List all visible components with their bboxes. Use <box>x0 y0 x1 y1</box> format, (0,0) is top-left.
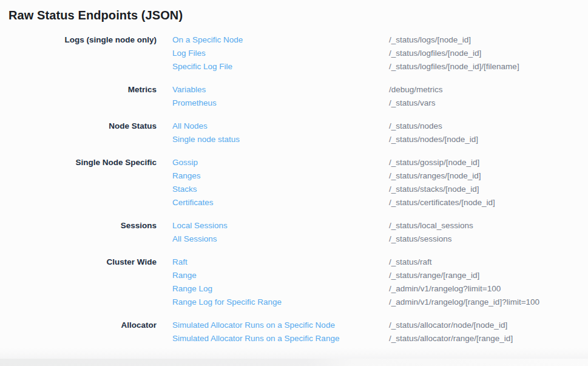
endpoint-row: Prometheus /_status/vars <box>172 97 580 110</box>
endpoint-link[interactable]: Stacks <box>172 183 389 196</box>
endpoint-link[interactable]: Range Log for Specific Range <box>172 296 389 309</box>
endpoint-row: Range Log for Specific Range /_admin/v1/… <box>172 296 580 309</box>
endpoint-group: Cluster Wide Raft /_status/raft Range /_… <box>8 256 580 309</box>
endpoint-path: /_status/certificates/[node_id] <box>389 196 495 209</box>
endpoint-path: /_status/sessions <box>389 232 452 246</box>
endpoint-row: Specific Log File /_status/logfiles/[nod… <box>172 60 580 73</box>
endpoint-path: /_status/allocator/range/[range_id] <box>389 332 513 345</box>
endpoint-row: Raft /_status/raft <box>172 256 580 269</box>
endpoint-link[interactable]: Gossip <box>172 156 389 169</box>
endpoint-link[interactable]: Range <box>172 269 389 282</box>
endpoint-link[interactable]: Single node status <box>172 133 389 146</box>
endpoint-group-rows: Raft /_status/raft Range /_status/range/… <box>172 256 580 309</box>
endpoint-row: Range Log /_admin/v1/rangelog?limit=100 <box>172 282 580 296</box>
endpoint-link[interactable]: Specific Log File <box>172 60 389 73</box>
endpoint-group: Metrics Variables /debug/metrics Prometh… <box>8 83 580 110</box>
endpoint-link[interactable]: All Sessions <box>172 232 389 246</box>
endpoint-path: /_status/nodes <box>389 120 442 133</box>
endpoint-category-label: Metrics <box>8 83 157 97</box>
endpoint-path: /_status/logfiles/[node_id] <box>389 47 481 60</box>
endpoint-group: Single Node Specific Gossip /_status/gos… <box>8 156 580 209</box>
endpoint-row: Gossip /_status/gossip/[node_id] <box>172 156 580 169</box>
endpoint-link[interactable]: Simulated Allocator Runs on a Specific R… <box>172 332 389 345</box>
endpoint-link[interactable]: All Nodes <box>172 120 389 133</box>
endpoint-category-label: Single Node Specific <box>8 156 157 169</box>
endpoint-row: Certificates /_status/certificates/[node… <box>172 196 580 209</box>
endpoint-row: Simulated Allocator Runs on a Specific R… <box>172 332 580 345</box>
endpoint-path: /_status/ranges/[node_id] <box>389 169 481 183</box>
endpoint-category-label: Cluster Wide <box>8 256 157 269</box>
endpoint-path: /_status/raft <box>389 256 432 269</box>
endpoint-category-label: Logs (single node only) <box>8 33 157 47</box>
endpoint-row: Log Files /_status/logfiles/[node_id] <box>172 47 580 60</box>
endpoint-row: On a Specific Node /_status/logs/[node_i… <box>172 33 580 47</box>
endpoint-group: Sessions Local Sessions /_status/local_s… <box>8 219 580 246</box>
endpoint-group-rows: On a Specific Node /_status/logs/[node_i… <box>172 33 580 73</box>
debug-endpoints-page: Raw Status Endpoints (JSON) Logs (single… <box>0 0 588 345</box>
endpoint-row: Variables /debug/metrics <box>172 83 580 97</box>
endpoint-link[interactable]: Certificates <box>172 196 389 209</box>
endpoint-group-rows: Variables /debug/metrics Prometheus /_st… <box>172 83 580 110</box>
endpoint-group-rows: All Nodes /_status/nodes Single node sta… <box>172 120 580 146</box>
endpoint-category-label: Node Status <box>8 120 157 133</box>
endpoint-link[interactable]: On a Specific Node <box>172 33 389 47</box>
endpoint-row: Ranges /_status/ranges/[node_id] <box>172 169 580 183</box>
endpoint-group: Allocator Simulated Allocator Runs on a … <box>8 319 580 345</box>
endpoint-path: /_admin/v1/rangelog/[range_id]?limit=100 <box>389 296 539 309</box>
endpoint-link[interactable]: Local Sessions <box>172 219 389 232</box>
endpoint-category-label: Allocator <box>8 319 157 332</box>
endpoint-path: /_admin/v1/rangelog?limit=100 <box>389 282 501 296</box>
endpoint-link[interactable]: Simulated Allocator Runs on a Specific N… <box>172 319 389 332</box>
footer-strip <box>0 359 588 366</box>
endpoint-path: /_status/allocator/node/[node_id] <box>389 319 507 332</box>
endpoint-group-rows: Simulated Allocator Runs on a Specific N… <box>172 319 580 345</box>
endpoint-row: Single node status /_status/nodes/[node_… <box>172 133 580 146</box>
endpoint-path: /debug/metrics <box>389 83 443 97</box>
endpoint-path: /_status/vars <box>389 97 436 110</box>
endpoint-row: Stacks /_status/stacks/[node_id] <box>172 183 580 196</box>
endpoint-link[interactable]: Raft <box>172 256 389 269</box>
endpoint-group-rows: Gossip /_status/gossip/[node_id] Ranges … <box>172 156 580 209</box>
endpoint-link[interactable]: Variables <box>172 83 389 97</box>
endpoint-group: Node Status All Nodes /_status/nodes Sin… <box>8 120 580 146</box>
endpoint-path: /_status/logfiles/[node_id]/[filename] <box>389 60 519 73</box>
endpoint-row: All Sessions /_status/sessions <box>172 232 580 246</box>
endpoints-table: Logs (single node only) On a Specific No… <box>8 33 580 345</box>
endpoint-link[interactable]: Prometheus <box>172 97 389 110</box>
endpoint-path: /_status/logs/[node_id] <box>389 33 471 47</box>
endpoint-row: All Nodes /_status/nodes <box>172 120 580 133</box>
endpoint-path: /_status/gossip/[node_id] <box>389 156 479 169</box>
endpoint-link[interactable]: Log Files <box>172 47 389 60</box>
endpoint-path: /_status/nodes/[node_id] <box>389 133 478 146</box>
endpoint-path: /_status/range/[range_id] <box>389 269 479 282</box>
endpoint-path: /_status/local_sessions <box>389 219 473 232</box>
page-title: Raw Status Endpoints (JSON) <box>8 8 580 22</box>
endpoint-path: /_status/stacks/[node_id] <box>389 183 479 196</box>
endpoint-row: Range /_status/range/[range_id] <box>172 269 580 282</box>
endpoint-link[interactable]: Range Log <box>172 282 389 296</box>
endpoint-link[interactable]: Ranges <box>172 169 389 183</box>
endpoint-category-label: Sessions <box>8 219 157 232</box>
footer-fade <box>0 348 588 359</box>
endpoint-row: Simulated Allocator Runs on a Specific N… <box>172 319 580 332</box>
endpoint-group: Logs (single node only) On a Specific No… <box>8 33 580 73</box>
endpoint-row: Local Sessions /_status/local_sessions <box>172 219 580 232</box>
endpoint-group-rows: Local Sessions /_status/local_sessions A… <box>172 219 580 246</box>
